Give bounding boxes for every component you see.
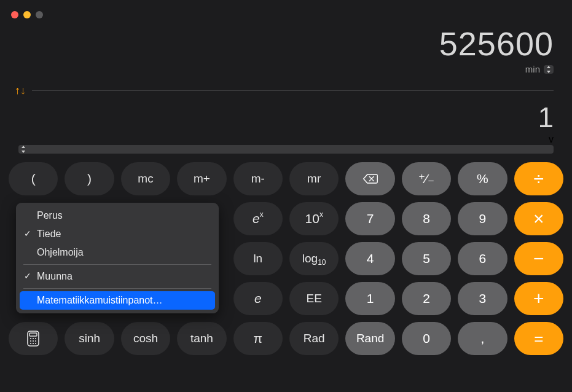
key-9[interactable]: 9 — [458, 202, 507, 235]
svg-point-6 — [33, 340, 34, 342]
menu-item-scientific[interactable]: ✓ Tiede — [20, 225, 215, 243]
key-percent[interactable]: % — [458, 162, 507, 195]
key-mplus[interactable]: m+ — [177, 162, 226, 195]
key-6[interactable]: 6 — [458, 242, 507, 275]
svg-point-4 — [35, 338, 36, 339]
key-10x[interactable]: 10x — [289, 202, 339, 235]
check-icon: ✓ — [24, 271, 31, 281]
key-multiply[interactable]: × — [514, 202, 563, 235]
svg-point-9 — [33, 343, 34, 344]
swap-units-icon[interactable]: ↑↓ — [15, 84, 26, 97]
key-divide[interactable]: ÷ — [514, 162, 563, 195]
key-equals[interactable]: = — [514, 322, 563, 355]
key-4[interactable]: 4 — [345, 242, 394, 275]
key-log10[interactable]: log10 — [289, 242, 339, 275]
primary-value: 525600 — [18, 25, 554, 63]
primary-unit-label: min — [525, 64, 540, 74]
menu-separator — [23, 264, 211, 265]
key-plusminus[interactable]: ⁺∕₋ — [402, 162, 451, 195]
key-1[interactable]: 1 — [345, 282, 394, 315]
key-backspace[interactable] — [345, 162, 394, 195]
menu-item-programmer[interactable]: Ohjelmoija — [20, 243, 215, 262]
backspace-icon — [362, 173, 378, 185]
key-minus[interactable]: − — [514, 242, 563, 275]
primary-unit-dropdown[interactable] — [544, 65, 554, 74]
key-comma[interactable]: , — [458, 322, 507, 355]
secondary-value: 1 — [18, 101, 554, 134]
key-2[interactable]: 2 — [402, 282, 451, 315]
key-0[interactable]: 0 — [402, 322, 451, 355]
svg-point-2 — [30, 338, 31, 339]
secondary-unit-dropdown[interactable] — [18, 145, 554, 154]
menu-separator — [23, 288, 211, 289]
svg-point-8 — [30, 343, 31, 344]
check-icon: ✓ — [24, 229, 31, 238]
svg-rect-1 — [29, 333, 37, 336]
key-EE[interactable]: EE — [289, 282, 339, 315]
key-ex[interactable]: ex — [233, 202, 283, 235]
key-cosh[interactable]: cosh — [121, 322, 170, 355]
key-5[interactable]: 5 — [402, 242, 451, 275]
key-3[interactable]: 3 — [458, 282, 507, 315]
secondary-display: 1 v — [0, 100, 572, 162]
calculator-icon — [26, 331, 40, 347]
svg-point-10 — [35, 343, 36, 344]
svg-point-5 — [30, 340, 31, 342]
key-lparen[interactable]: ( — [9, 162, 58, 195]
fullscreen-window-button[interactable] — [36, 11, 43, 18]
menu-item-basic[interactable]: Perus — [20, 206, 215, 225]
key-7[interactable]: 7 — [345, 202, 394, 235]
key-mr[interactable]: mr — [289, 162, 339, 195]
close-window-button[interactable] — [11, 11, 18, 18]
key-rparen[interactable]: ) — [65, 162, 114, 195]
key-sinh[interactable]: sinh — [65, 322, 114, 355]
secondary-unit-label: v — [549, 134, 554, 144]
key-mminus[interactable]: m- — [233, 162, 283, 195]
key-8[interactable]: 8 — [402, 202, 451, 235]
key-tanh[interactable]: tanh — [177, 322, 226, 355]
primary-display: 525600 min — [0, 0, 572, 80]
key-pi[interactable]: π — [233, 322, 283, 355]
key-plus[interactable]: + — [514, 282, 563, 315]
key-mc[interactable]: mc — [121, 162, 170, 195]
key-rad[interactable]: Rad — [289, 322, 339, 355]
window-traffic-lights — [11, 11, 43, 18]
key-e[interactable]: e — [233, 282, 283, 315]
svg-point-3 — [33, 338, 34, 339]
menu-item-convert[interactable]: ✓ Muunna — [20, 267, 215, 286]
key-ln[interactable]: ln — [233, 242, 283, 275]
menu-item-mathnotes[interactable]: Matematiikkamuistiinpanot… — [20, 291, 215, 310]
minimize-window-button[interactable] — [23, 11, 31, 18]
key-rand[interactable]: Rand — [345, 322, 394, 355]
display-divider — [32, 90, 554, 91]
key-mode-menu[interactable] — [9, 322, 58, 355]
mode-menu-popup: Perus ✓ Tiede Ohjelmoija ✓ Muunna Matema… — [16, 203, 219, 313]
svg-point-7 — [35, 340, 36, 342]
